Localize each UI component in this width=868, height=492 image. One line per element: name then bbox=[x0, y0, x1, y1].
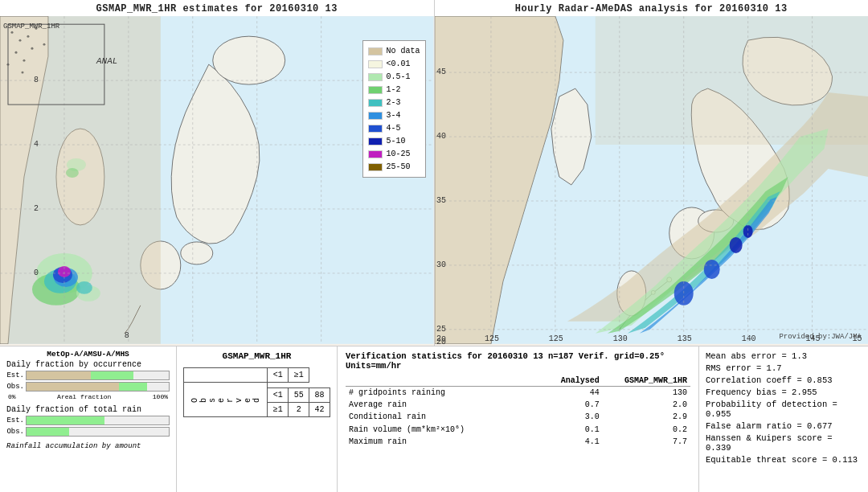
left-map-area: No data <0.01 0.5-1 1-2 bbox=[0, 16, 434, 344]
obs2-bar-fill bbox=[27, 428, 69, 436]
metric-3: Frequency bias = 2.955 bbox=[706, 387, 862, 397]
metric-7: Equitable threat score = 0.113 bbox=[706, 455, 862, 465]
est2-label: Est. bbox=[6, 416, 24, 424]
est-bar-fill-green bbox=[91, 371, 133, 379]
verif-label-1: Average rain bbox=[346, 399, 546, 411]
verif-val-gsmap-4: 7.7 bbox=[603, 436, 690, 448]
svg-point-4 bbox=[213, 36, 285, 84]
maps-row: GSMAP_MWR_1HR estimates for 20160310 13 … bbox=[0, 0, 868, 346]
rainfall-label: Rainfall accumulation by amount bbox=[6, 442, 170, 450]
svg-text:8: 8 bbox=[125, 331, 129, 340]
bottom-left-panel: MetOp-A/AMSU-A/MHS Daily fraction by occ… bbox=[0, 346, 177, 492]
occurrence-section: Daily fraction by occurrence Est. Obs. bbox=[6, 360, 170, 400]
verification-title: Verification statistics for 20160310 13 … bbox=[346, 351, 690, 371]
svg-text:25: 25 bbox=[436, 325, 445, 334]
bottom-row: MetOp-A/AMSU-A/MHS Daily fraction by occ… bbox=[0, 346, 868, 492]
verif-val-analysed-4: 4.1 bbox=[546, 436, 603, 448]
obs-bar bbox=[26, 382, 170, 392]
verification-table: Analysed GSMAP_MWR_1HR # gridpoints rain… bbox=[346, 375, 690, 448]
legend-color-nodata bbox=[368, 47, 383, 55]
ct-observed-label: Observed bbox=[184, 383, 268, 417]
verif-header-row: Analysed GSMAP_MWR_1HR bbox=[346, 375, 690, 387]
legend-item-3: 3-4 bbox=[368, 109, 420, 121]
ct-col-lt: <1 bbox=[268, 368, 289, 383]
legend-color-4 bbox=[368, 125, 383, 133]
est2-bar bbox=[26, 416, 170, 425]
ct-observed-label-row: Observed bbox=[184, 383, 330, 388]
bar-axis: 0% Areal fraction 100% bbox=[6, 393, 170, 400]
est2-bar-fill bbox=[27, 416, 104, 424]
svg-text:130: 130 bbox=[612, 334, 627, 343]
obs-bar-fill-tan bbox=[27, 383, 119, 391]
verif-row-3: Rain volume (mm*km²×10⁶) 0.1 0.2 bbox=[346, 423, 690, 436]
left-map-legend: No data <0.01 0.5-1 1-2 bbox=[362, 40, 425, 178]
verification-panel: Verification statistics for 20160310 13 … bbox=[338, 346, 699, 492]
satellite-label: MetOp-A/AMSU-A/MHS bbox=[6, 350, 170, 359]
sat-label: GSMAP_MWR_1HR bbox=[3, 23, 59, 31]
legend-item-001: <0.01 bbox=[368, 58, 420, 70]
legend-item-25: 25-50 bbox=[368, 161, 420, 173]
legend-item-nodata: No data bbox=[368, 45, 420, 57]
total-rain-section: Daily fraction of total rain Est. Obs. bbox=[6, 405, 170, 437]
svg-point-50 bbox=[703, 260, 719, 279]
ct-row-ge-label: ≥1 bbox=[268, 403, 289, 417]
est-bar-fill-tan bbox=[27, 371, 91, 379]
legend-color-001 bbox=[368, 60, 383, 68]
ct-row-lt-label: <1 bbox=[268, 388, 289, 403]
right-map-panel: Hourly Radar-AMeDAS analysis for 2016031… bbox=[434, 0, 869, 346]
svg-text:140: 140 bbox=[741, 334, 755, 343]
legend-item-4: 4-5 bbox=[368, 122, 420, 134]
obs2-bar-row: Obs. bbox=[6, 426, 170, 437]
svg-point-34 bbox=[10, 31, 13, 34]
svg-text:125: 125 bbox=[484, 334, 498, 343]
svg-text:4: 4 bbox=[34, 140, 39, 149]
metric-2: Correlation coeff = 0.853 bbox=[706, 375, 862, 385]
svg-point-29 bbox=[18, 39, 21, 42]
legend-color-10 bbox=[368, 150, 383, 158]
est-bar-row: Est. bbox=[6, 370, 170, 381]
svg-text:40: 40 bbox=[436, 132, 445, 141]
ct-title: GSMAP_MWR_1HR bbox=[183, 351, 330, 361]
right-map-title: Hourly Radar-AMeDAS analysis for 2016031… bbox=[435, 0, 869, 16]
est2-bar-row: Est. bbox=[6, 415, 170, 426]
ct-val-ge-ge: 42 bbox=[309, 403, 330, 417]
legend-color-05 bbox=[368, 73, 383, 81]
right-map-area: 45 40 35 30 25 20 125 125 130 135 140 14… bbox=[435, 16, 869, 344]
verif-val-analysed-0: 44 bbox=[546, 387, 603, 399]
legend-item-1: 1-2 bbox=[368, 84, 420, 96]
svg-text:135: 135 bbox=[677, 334, 691, 343]
ct-val-lt-lt: 55 bbox=[289, 388, 309, 403]
provided-by-label: Provided by:JWA/JMA bbox=[779, 333, 862, 341]
axis-areal: Areal fraction bbox=[57, 393, 111, 400]
verif-val-analysed-3: 0.1 bbox=[546, 423, 603, 436]
svg-point-13 bbox=[76, 281, 92, 294]
svg-text:2o: 2o bbox=[436, 334, 445, 343]
metric-5: False alarm ratio = 0.677 bbox=[706, 421, 862, 431]
ct-empty-corner bbox=[184, 368, 268, 383]
legend-item-10: 10-25 bbox=[368, 148, 420, 160]
verif-row-0: # gridpoints raining 44 130 bbox=[346, 387, 690, 399]
contingency-table: <1 ≥1 Observed <1 55 88 ≥1 bbox=[183, 367, 330, 417]
right-map-svg: 45 40 35 30 25 20 125 125 130 135 140 14… bbox=[435, 16, 869, 344]
verif-label-3: Rain volume (mm*km²×10⁶) bbox=[346, 423, 546, 436]
ct-val-lt-ge: 88 bbox=[309, 388, 330, 403]
verif-label-2: Conditional rain bbox=[346, 411, 546, 423]
svg-point-38 bbox=[21, 72, 23, 74]
legend-color-1 bbox=[368, 86, 383, 94]
total-rain-title: Daily fraction of total rain bbox=[6, 405, 170, 414]
verif-val-analysed-1: 0.7 bbox=[546, 399, 603, 411]
svg-point-33 bbox=[23, 59, 25, 62]
verif-val-gsmap-3: 0.2 bbox=[603, 423, 690, 436]
svg-point-31 bbox=[14, 51, 17, 54]
anal-label: ANAL bbox=[96, 56, 117, 66]
svg-point-15 bbox=[66, 168, 79, 178]
legend-item-2: 2-3 bbox=[368, 96, 420, 109]
svg-point-3 bbox=[181, 242, 213, 264]
legend-item-5: 5-10 bbox=[368, 135, 420, 147]
verif-val-analysed-2: 3.0 bbox=[546, 411, 603, 423]
verif-label-0: # gridpoints raining bbox=[346, 387, 546, 399]
svg-text:2: 2 bbox=[34, 204, 39, 213]
svg-text:0: 0 bbox=[34, 269, 39, 277]
svg-point-51 bbox=[729, 237, 742, 253]
verif-val-gsmap-0: 130 bbox=[603, 387, 690, 399]
